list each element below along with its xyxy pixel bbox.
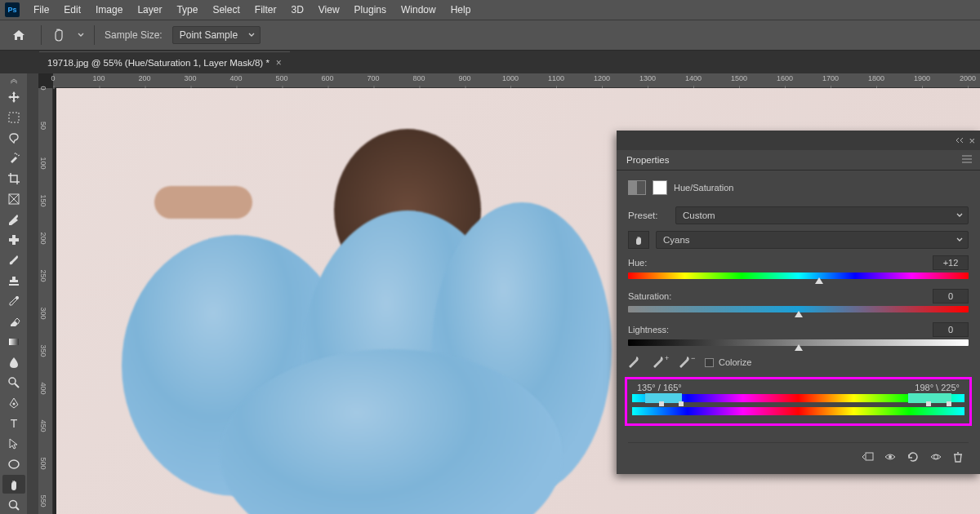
sample-size-dropdown[interactable]: Point Sample — [172, 26, 261, 44]
path-select-tool[interactable] — [2, 434, 25, 453]
frame-tool[interactable] — [2, 190, 25, 209]
menu-edit[interactable]: Edit — [56, 1, 88, 19]
marquee-tool[interactable] — [2, 109, 25, 127]
home-button[interactable] — [7, 24, 31, 46]
collapse-icon[interactable] — [956, 136, 964, 144]
menu-window[interactable]: Window — [394, 1, 443, 19]
svg-text:+: + — [665, 354, 669, 362]
trash-icon[interactable] — [952, 451, 964, 463]
colorize-label: Colorize — [719, 357, 751, 367]
ruler-tick: 1100 — [548, 74, 564, 82]
spectrum-top[interactable] — [632, 394, 964, 402]
ruler-tick: 0 — [39, 86, 47, 90]
chevron-down-icon[interactable] — [78, 32, 84, 38]
collapse-handle[interactable] — [6, 78, 22, 83]
hand-tool-icon[interactable] — [51, 27, 68, 43]
hue-value[interactable]: +12 — [933, 255, 969, 270]
svg-rect-5 — [9, 339, 19, 345]
menu-type[interactable]: Type — [169, 1, 205, 19]
ruler-tick: 500 — [275, 74, 287, 82]
ruler-tick: 400 — [229, 74, 242, 82]
reset-icon[interactable] — [906, 451, 920, 463]
lasso-tool[interactable] — [2, 129, 25, 148]
ruler-tick: 1400 — [685, 74, 702, 82]
colorize-checkbox[interactable] — [705, 358, 714, 367]
eyedropper-add-icon[interactable]: + — [653, 356, 667, 369]
ruler-tick: 1500 — [731, 74, 747, 82]
history-brush-tool[interactable] — [2, 292, 25, 311]
channel-dropdown[interactable]: Cyans — [656, 231, 969, 249]
blur-tool[interactable] — [2, 352, 25, 371]
zoom-tool[interactable] — [2, 495, 25, 514]
ruler-tick: 700 — [367, 74, 379, 82]
svg-point-15 — [934, 455, 938, 459]
ruler-tick: 200 — [39, 232, 47, 244]
menu-filter[interactable]: Filter — [247, 1, 284, 19]
panel-header: × — [617, 131, 980, 150]
svg-point-4 — [16, 296, 19, 299]
ruler-tick: 1000 — [502, 74, 519, 82]
ruler-tick: 250 — [39, 269, 47, 281]
stamp-tool[interactable] — [2, 272, 25, 290]
saturation-value[interactable]: 0 — [933, 289, 969, 304]
shape-tool[interactable] — [2, 454, 25, 473]
properties-panel: × Properties Hue/Saturation Preset: Cust… — [617, 131, 980, 474]
saturation-slider[interactable] — [628, 306, 969, 312]
svg-point-6 — [9, 378, 16, 384]
svg-rect-13 — [866, 453, 873, 460]
close-icon[interactable]: × — [276, 57, 282, 69]
svg-point-7 — [12, 402, 15, 405]
lightness-label: Lightness: — [628, 325, 669, 335]
lightness-slider[interactable] — [628, 339, 969, 346]
dodge-tool[interactable] — [2, 373, 25, 392]
wand-tool[interactable] — [2, 149, 25, 168]
brush-tool[interactable] — [2, 251, 25, 270]
ruler-tick: 450 — [39, 419, 47, 432]
ruler-tick: 300 — [184, 74, 196, 82]
heal-tool[interactable] — [2, 231, 25, 250]
view-previous-icon[interactable] — [884, 451, 897, 463]
preset-label: Preset: — [628, 210, 669, 220]
panel-menu-icon[interactable] — [954, 150, 980, 170]
crop-tool[interactable] — [2, 170, 25, 188]
panel-toggle-strip[interactable] — [27, 73, 38, 514]
menu-3d[interactable]: 3D — [283, 1, 310, 19]
mask-icon[interactable] — [653, 180, 667, 195]
svg-text:T: T — [10, 417, 17, 430]
eyedropper-tool[interactable] — [2, 210, 25, 229]
chevron-down-icon — [956, 237, 963, 243]
gradient-tool[interactable] — [2, 332, 25, 351]
close-icon[interactable]: × — [969, 135, 975, 147]
menu-image[interactable]: Image — [88, 1, 130, 19]
menu-view[interactable]: View — [311, 1, 347, 19]
svg-rect-3 — [12, 235, 16, 245]
move-tool[interactable] — [2, 88, 25, 107]
menu-file[interactable]: File — [26, 1, 56, 19]
type-tool[interactable]: T — [2, 414, 25, 432]
menu-plugins[interactable]: Plugins — [347, 1, 394, 19]
menu-layer[interactable]: Layer — [130, 1, 169, 19]
clip-to-layer-icon[interactable] — [861, 451, 874, 463]
document-tab[interactable]: 19718.jpg @ 55% (Hue/Saturation 1, Layer… — [39, 51, 290, 73]
eraser-tool[interactable] — [2, 312, 25, 330]
ruler-tick: 150 — [39, 194, 47, 206]
preset-dropdown[interactable]: Custom — [675, 206, 969, 224]
menu-select[interactable]: Select — [205, 1, 247, 19]
adjustment-icon — [628, 180, 646, 195]
app-logo: Ps — [5, 2, 20, 17]
lightness-value[interactable]: 0 — [933, 322, 969, 337]
range-right: 198° \ 225° — [915, 383, 960, 392]
eyedropper-icon[interactable] — [628, 356, 641, 369]
pen-tool[interactable] — [2, 393, 25, 412]
visibility-icon[interactable] — [929, 451, 942, 463]
saturation-label: Saturation: — [628, 291, 671, 301]
ruler-tick: 1600 — [777, 74, 793, 82]
properties-tab[interactable]: Properties — [617, 150, 679, 170]
hue-slider[interactable] — [628, 273, 969, 279]
eyedropper-subtract-icon[interactable]: − — [679, 356, 693, 369]
ruler-tick: 50 — [39, 122, 47, 130]
ruler-tick: 1900 — [914, 74, 930, 82]
targeted-adjust-button[interactable] — [628, 231, 649, 249]
hand-tool[interactable] — [2, 475, 25, 494]
menu-help[interactable]: Help — [443, 1, 479, 19]
